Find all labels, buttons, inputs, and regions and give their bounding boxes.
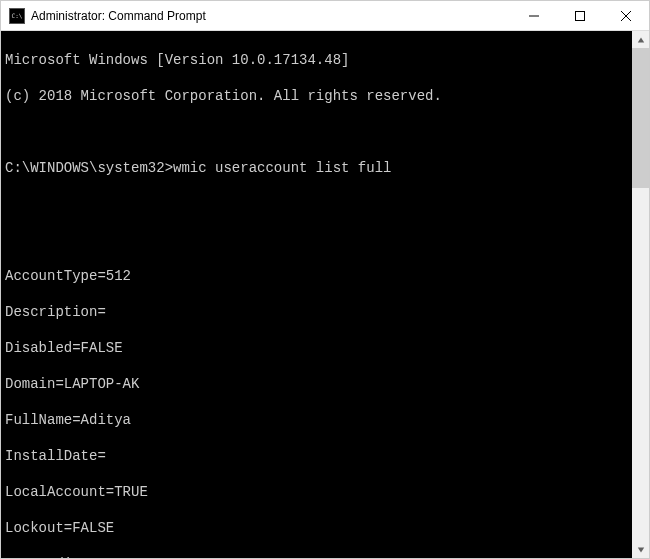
- command-text: wmic useraccount list full: [173, 160, 391, 176]
- scroll-down-button[interactable]: [632, 541, 649, 558]
- close-button[interactable]: [603, 1, 649, 30]
- scrollbar-track[interactable]: [632, 48, 649, 541]
- vertical-scrollbar[interactable]: [632, 31, 649, 558]
- output-line: AccountType=512: [5, 267, 628, 285]
- svg-marker-4: [637, 37, 643, 42]
- prompt-line: C:\WINDOWS\system32>wmic useraccount lis…: [5, 159, 628, 177]
- output-line: Domain=LAPTOP-AK: [5, 375, 628, 393]
- output-line: FullName=Aditya: [5, 411, 628, 429]
- output-line: InstallDate=: [5, 447, 628, 465]
- blank-line: [5, 195, 628, 213]
- window-titlebar[interactable]: Administrator: Command Prompt: [1, 1, 649, 31]
- minimize-button[interactable]: [511, 1, 557, 30]
- svg-marker-5: [637, 547, 643, 552]
- output-line: (c) 2018 Microsoft Corporation. All righ…: [5, 87, 628, 105]
- output-line: Lockout=FALSE: [5, 519, 628, 537]
- window-controls: [511, 1, 649, 30]
- terminal-output[interactable]: Microsoft Windows [Version 10.0.17134.48…: [1, 31, 632, 558]
- output-line: LocalAccount=TRUE: [5, 483, 628, 501]
- blank-line: [5, 231, 628, 249]
- output-line: Name=Aditya: [5, 555, 628, 558]
- output-line: Microsoft Windows [Version 10.0.17134.48…: [5, 51, 628, 69]
- maximize-button[interactable]: [557, 1, 603, 30]
- scrollbar-thumb[interactable]: [632, 48, 649, 188]
- scroll-up-button[interactable]: [632, 31, 649, 48]
- output-line: Description=: [5, 303, 628, 321]
- svg-rect-1: [576, 11, 585, 20]
- prompt-path: C:\WINDOWS\system32>: [5, 160, 173, 176]
- output-line: Disabled=FALSE: [5, 339, 628, 357]
- client-area: Microsoft Windows [Version 10.0.17134.48…: [1, 31, 649, 558]
- window-title: Administrator: Command Prompt: [31, 9, 511, 23]
- cmd-icon: [9, 8, 25, 24]
- blank-line: [5, 123, 628, 141]
